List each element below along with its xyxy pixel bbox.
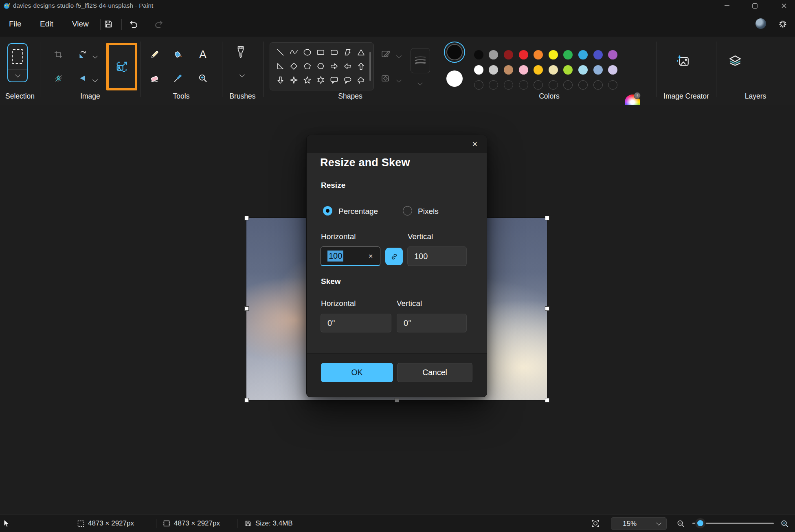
shape-curve[interactable]: [287, 45, 301, 59]
selection-handle[interactable]: [244, 216, 249, 220]
shape-arrow-right[interactable]: [327, 59, 341, 73]
palette-swatch[interactable]: [504, 65, 513, 75]
custom-color-slot[interactable]: [489, 80, 498, 90]
resize-vertical-input[interactable]: 100: [407, 246, 467, 266]
palette-swatch[interactable]: [534, 65, 543, 75]
minimize-button[interactable]: [718, 0, 736, 11]
shape-star-five[interactable]: [301, 73, 314, 87]
custom-color-slot[interactable]: [608, 80, 617, 90]
remove-background-button[interactable]: [51, 71, 65, 85]
color2-swatch[interactable]: [446, 70, 463, 87]
shape-outline-button[interactable]: [379, 47, 393, 61]
palette-swatch[interactable]: [504, 50, 513, 59]
menu-file[interactable]: File: [3, 11, 27, 37]
pixels-radio-label[interactable]: Pixels: [418, 207, 439, 216]
palette-swatch[interactable]: [474, 50, 483, 59]
stroke-width-button[interactable]: [411, 48, 430, 73]
shape-heart[interactable]: [274, 87, 287, 90]
settings-gear-icon[interactable]: [776, 18, 789, 31]
menu-edit[interactable]: Edit: [34, 11, 59, 37]
crop-button[interactable]: [51, 48, 65, 62]
zoom-to-fit-button[interactable]: [591, 514, 600, 532]
clear-input-icon[interactable]: ×: [365, 251, 376, 262]
skew-horizontal-input[interactable]: 0°: [321, 314, 391, 332]
shape-ellipse[interactable]: [301, 45, 314, 59]
text-tool[interactable]: A: [196, 48, 210, 62]
palette-swatch[interactable]: [593, 50, 603, 59]
selection-handle[interactable]: [545, 398, 549, 402]
skew-vertical-input[interactable]: 0°: [397, 314, 467, 332]
shape-callout-cloud[interactable]: [354, 73, 368, 87]
palette-swatch[interactable]: [563, 65, 573, 75]
resize-horizontal-input[interactable]: 100 ×: [321, 246, 380, 266]
shape-polygon[interactable]: [341, 45, 354, 59]
image-creator-button[interactable]: [675, 53, 691, 69]
ok-button[interactable]: OK: [321, 363, 393, 382]
shape-fill-button[interactable]: [379, 71, 393, 85]
custom-color-slot[interactable]: [578, 80, 588, 90]
percentage-radio[interactable]: [323, 206, 332, 215]
shape-rounded-rectangle[interactable]: [327, 45, 341, 59]
dialog-close-button[interactable]: ×: [467, 138, 483, 151]
custom-color-slot[interactable]: [519, 80, 528, 90]
palette-swatch[interactable]: [474, 65, 483, 75]
custom-color-slot[interactable]: [534, 80, 543, 90]
palette-swatch[interactable]: [593, 65, 603, 75]
palette-swatch[interactable]: [608, 50, 617, 59]
palette-swatch[interactable]: [489, 50, 498, 59]
shape-arrow-down[interactable]: [274, 73, 287, 87]
rotate-button[interactable]: [76, 48, 90, 62]
shape-fill-dropdown[interactable]: [394, 73, 403, 87]
palette-swatch[interactable]: [549, 50, 558, 59]
menu-view[interactable]: View: [66, 11, 94, 37]
flip-button[interactable]: [76, 71, 90, 85]
shape-rectangle[interactable]: [314, 45, 327, 59]
cancel-button[interactable]: Cancel: [397, 363, 472, 382]
shape-line[interactable]: [274, 45, 287, 59]
redo-button[interactable]: [152, 18, 165, 31]
stroke-width-dropdown[interactable]: [415, 76, 424, 90]
shape-arrow-left[interactable]: [341, 59, 354, 73]
zoom-level-dropdown[interactable]: 15%: [611, 517, 667, 530]
zoom-slider-thumb[interactable]: [695, 518, 706, 529]
percentage-radio-label[interactable]: Percentage: [338, 207, 378, 216]
shape-pentagon[interactable]: [301, 59, 314, 73]
custom-color-slot[interactable]: [563, 80, 573, 90]
layers-button[interactable]: [727, 53, 743, 69]
brushes-button[interactable]: [234, 44, 248, 64]
color1-swatch[interactable]: [446, 44, 463, 60]
brushes-dropdown[interactable]: [236, 68, 248, 81]
magnifier-tool[interactable]: [196, 71, 210, 85]
palette-swatch[interactable]: [563, 50, 573, 59]
palette-swatch[interactable]: [549, 65, 558, 75]
shape-star-six[interactable]: [314, 73, 327, 87]
selection-handle[interactable]: [244, 398, 249, 402]
selection-dropdown[interactable]: [8, 69, 27, 81]
color-picker-tool[interactable]: [171, 71, 185, 85]
selection-handle[interactable]: [545, 216, 549, 220]
account-avatar[interactable]: [755, 18, 766, 29]
maximize-button[interactable]: [745, 0, 764, 11]
zoom-out-button[interactable]: [676, 514, 685, 532]
palette-swatch[interactable]: [578, 50, 588, 59]
rotate-dropdown[interactable]: [90, 49, 99, 63]
rectangle-select-icon[interactable]: [8, 44, 27, 69]
shape-star-four[interactable]: [287, 73, 301, 87]
maintain-aspect-ratio-button[interactable]: [385, 248, 403, 265]
custom-color-slot[interactable]: [593, 80, 603, 90]
resize-button-highlighted[interactable]: [106, 43, 137, 90]
save-button[interactable]: [102, 18, 115, 31]
shape-diamond[interactable]: [287, 59, 301, 73]
shape-outline-dropdown[interactable]: [394, 48, 403, 62]
undo-button[interactable]: [127, 18, 140, 31]
selection-tool-button[interactable]: [7, 43, 28, 82]
shape-arrow-up[interactable]: [354, 59, 368, 73]
eraser-tool[interactable]: [148, 71, 162, 85]
close-window-button[interactable]: [775, 0, 793, 11]
selection-handle[interactable]: [244, 306, 249, 311]
palette-swatch[interactable]: [489, 65, 498, 75]
zoom-in-button[interactable]: [780, 514, 789, 532]
custom-color-slot[interactable]: [549, 80, 558, 90]
selection-handle[interactable]: [395, 398, 399, 402]
shape-triangle[interactable]: [354, 45, 368, 59]
